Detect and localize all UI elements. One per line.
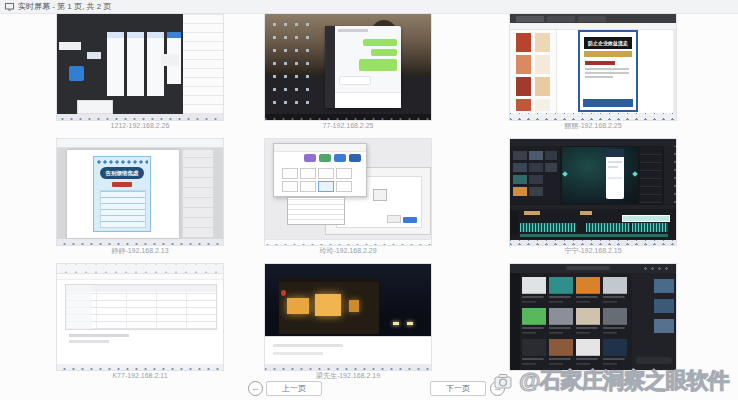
gallery-card[interactable]	[549, 339, 573, 367]
window-panel	[107, 32, 124, 96]
scallop-border	[96, 159, 148, 165]
poster-footer-bar	[583, 99, 633, 107]
panel-line	[273, 352, 323, 355]
gallery-card[interactable]	[549, 277, 573, 305]
gallery-card[interactable]	[603, 308, 627, 336]
gallery-card[interactable]	[603, 277, 627, 305]
gallery-card[interactable]	[522, 277, 546, 305]
screen-thumbnail-8[interactable]	[265, 264, 431, 370]
screen-thumbnail-4[interactable]: 告别烦恼焦虑	[57, 139, 223, 245]
device-caption-8: 梁先生-192.168.2.19	[265, 371, 431, 380]
search-bar[interactable]	[566, 266, 610, 270]
chat-bubble-incoming	[339, 76, 371, 85]
clip[interactable]	[524, 211, 540, 215]
phone-line	[608, 177, 622, 179]
shape-chip	[319, 154, 331, 162]
media-thumb	[529, 175, 543, 184]
template-thumb	[535, 77, 550, 96]
note-poster: 告别烦恼焦虑	[93, 156, 151, 232]
phone-line	[608, 166, 618, 168]
template-thumb	[516, 77, 531, 96]
floating-chip	[87, 52, 101, 59]
scrollbar[interactable]	[673, 30, 676, 113]
media-thumb	[529, 187, 543, 196]
screen-thumbnail-3[interactable]: 防止企业效益流走	[510, 14, 676, 120]
selected-clip[interactable]	[622, 215, 670, 222]
screen-thumbnail-2[interactable]	[265, 14, 431, 120]
phone-header	[606, 149, 624, 157]
left-handle[interactable]	[562, 171, 568, 177]
screen-thumbnail-9[interactable]	[510, 264, 676, 370]
shape-outline-selected	[318, 181, 334, 192]
template-thumb	[535, 99, 550, 111]
track-heads	[510, 211, 518, 235]
doc-ribbon	[57, 274, 223, 280]
bottom-dialog	[77, 100, 113, 114]
device-caption-2: 77-192.168.2.25	[265, 121, 431, 130]
watermark-text: @石家庄洞察之眼软件	[519, 366, 728, 396]
taskbar	[265, 239, 431, 245]
gallery-card[interactable]	[603, 339, 627, 367]
gallery-card[interactable]	[522, 308, 546, 336]
night-photo	[265, 264, 431, 336]
timeline-ruler	[510, 205, 676, 209]
gallery-card[interactable]	[576, 308, 600, 336]
live-view-window: 实时屏幕 - 第 1 页, 共 2 页	[0, 0, 738, 400]
right-handle[interactable]	[632, 171, 638, 177]
document-page: 告别烦恼焦虑	[67, 150, 179, 238]
right-panel	[183, 14, 223, 114]
media-thumb	[545, 151, 557, 160]
panel-input[interactable]	[636, 357, 672, 364]
shape-outline	[282, 181, 298, 192]
subtitle-track	[520, 234, 668, 237]
ok-button-mini	[403, 217, 417, 223]
prev-page-arrow-icon[interactable]: ←	[248, 381, 263, 396]
camera-icon	[494, 373, 516, 389]
template-thumb	[516, 55, 531, 74]
shape-chip	[349, 154, 361, 162]
device-caption-3: 丽丽-192.168.2.25	[510, 121, 676, 130]
poster-red-heading	[585, 61, 615, 65]
gallery-card[interactable]	[576, 339, 600, 367]
gallery-card[interactable]	[576, 277, 600, 305]
doc-text-line	[69, 334, 129, 337]
template-sidebar	[510, 30, 557, 113]
panel-thumb	[654, 279, 674, 293]
prev-page-button[interactable]: 上一页	[266, 381, 322, 396]
audio-waveform[interactable]	[632, 223, 668, 232]
next-page-button[interactable]: 下一页	[430, 381, 486, 396]
gallery-card[interactable]	[522, 339, 546, 367]
taskbar	[57, 364, 223, 370]
window-chrome	[57, 139, 223, 148]
floating-window	[59, 42, 81, 50]
screen-thumbnail-5[interactable]	[265, 139, 431, 245]
audio-waveform[interactable]	[520, 223, 576, 232]
screen-thumbnail-7[interactable]	[57, 264, 223, 370]
tool-rail	[664, 146, 676, 204]
device-caption-1: 1212-192.168.2.26	[57, 121, 223, 130]
watermark: @石家庄洞察之眼软件	[494, 366, 728, 396]
app-logo	[69, 66, 84, 81]
chat-title-bar	[338, 29, 368, 32]
template-thumb	[535, 55, 550, 74]
media-thumb	[513, 163, 527, 172]
lit-window	[315, 294, 341, 316]
doc-text-line	[69, 340, 109, 343]
screen-thumbnail-1[interactable]	[57, 14, 223, 120]
gallery-topbar	[510, 264, 676, 273]
desktop-icons	[269, 18, 313, 110]
gallery-card[interactable]	[549, 308, 573, 336]
shape-chip	[334, 154, 346, 162]
window-control-icons[interactable]	[642, 267, 672, 270]
preview-viewport	[562, 147, 638, 203]
chat-bubble-outgoing	[363, 39, 397, 46]
panel-line	[273, 344, 343, 347]
side-tool-panel	[183, 150, 213, 238]
taskbar	[57, 114, 223, 120]
clip[interactable]	[580, 211, 592, 215]
window-panel	[127, 32, 144, 96]
screen-thumbnail-6[interactable]	[510, 139, 676, 245]
template-thumb	[535, 33, 550, 52]
shape-outline	[300, 181, 316, 192]
audio-waveform[interactable]	[586, 223, 630, 232]
